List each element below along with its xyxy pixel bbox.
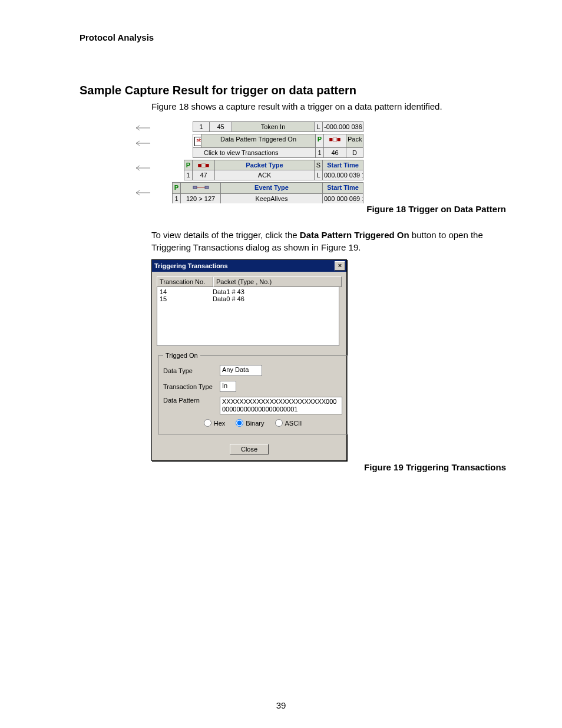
list-item-no: 14 xyxy=(160,288,213,295)
trigged-on-label: Trigged On xyxy=(163,352,200,359)
cell-flag-l: L xyxy=(315,170,323,180)
cell-start-time-header: Start Time xyxy=(323,160,363,170)
page-header: Protocol Analysis xyxy=(80,32,506,42)
close-icon[interactable]: × xyxy=(335,261,345,271)
cell-flag-p: P xyxy=(173,183,181,193)
cell-one: 1 xyxy=(173,194,181,203)
event-svg-icon xyxy=(192,184,210,191)
page-number: 39 xyxy=(0,700,562,710)
transactions-list-header: Transcation No. Packet (Type , No.) xyxy=(157,276,342,287)
radio-hex-label: Hex xyxy=(214,420,226,427)
column-transaction-no[interactable]: Transcation No. xyxy=(157,276,213,287)
column-packet[interactable]: Packet (Type , No.) xyxy=(213,276,342,287)
cell-token: Token In xyxy=(232,122,315,131)
encoding-radios: Hex Binary ASCII xyxy=(163,419,342,427)
cell-range: 120 > 127 xyxy=(181,194,221,203)
cell-one: 1 xyxy=(184,170,193,180)
radio-binary[interactable]: Binary xyxy=(236,419,264,427)
cell-packet-no: 45 xyxy=(210,122,232,131)
cell-event-type-header: Event Type xyxy=(221,183,323,193)
cell-time: 000 000 069 15 xyxy=(323,194,363,203)
radio-hex[interactable]: Hex xyxy=(204,419,226,427)
list-item[interactable]: 15 Data0 # 46 xyxy=(160,295,336,302)
data-type-field[interactable]: Any Data xyxy=(220,365,262,376)
trigged-on-groupbox: Trigged On Data Type Any Data Transactio… xyxy=(158,352,348,434)
mid-paragraph: To view details of the trigger, click th… xyxy=(151,229,506,253)
cell-time: -000.000 036 20 xyxy=(323,122,363,131)
cell-col1: 1 xyxy=(193,122,210,131)
close-button[interactable]: Close xyxy=(230,444,269,454)
figure-18-capture-result: 1 45 Token In L -000.000 036 20 sb Data … xyxy=(151,121,363,203)
data-pattern-triggered-on-button[interactable]: Data Pattern Triggered On xyxy=(201,134,316,147)
list-item-no: 15 xyxy=(160,295,213,302)
radio-ascii[interactable]: ASCII xyxy=(275,419,302,427)
cell-flag-p: P xyxy=(316,134,324,147)
transaction-type-label: Transaction Type xyxy=(163,383,216,390)
dialog-title: Triggering Transactions xyxy=(154,262,228,269)
cell-packet-no: 46 xyxy=(324,148,346,157)
data-type-label: Data Type xyxy=(163,367,216,374)
figure-18-caption: Figure 18 Trigger on Data Pattern xyxy=(80,204,506,214)
cell-flag-s: S xyxy=(315,160,323,170)
click-to-view-transactions-link[interactable]: Click to view Transactions xyxy=(193,148,316,157)
cell-flag: L xyxy=(315,122,323,131)
cell-ack: ACK xyxy=(215,170,315,180)
cell-packet-no: 47 xyxy=(193,170,215,180)
cell-pack: Pack xyxy=(346,134,363,147)
row-arrow-icon xyxy=(134,138,150,149)
transaction-type-field[interactable]: In xyxy=(220,381,236,392)
event-icon xyxy=(181,183,221,193)
section-intro: Figure 18 shows a capture result with a … xyxy=(151,100,506,113)
packet-seq-icon: ■□■ xyxy=(324,134,346,147)
list-item-packet: Data1 # 43 xyxy=(213,288,336,295)
mid-button-name: Data Pattern Triggered On xyxy=(300,230,409,240)
cell-one: 1 xyxy=(316,148,324,157)
triggering-transactions-dialog: Triggering Transactions × Transcation No… xyxy=(151,259,347,461)
cell-start-time-header: Start Time xyxy=(323,183,363,193)
svg-rect-2 xyxy=(205,186,209,189)
figure-19-caption: Figure 19 Triggering Transactions xyxy=(80,462,506,472)
cell-time: 000.000 039 13 xyxy=(323,170,363,180)
list-item-packet: Data0 # 46 xyxy=(213,295,336,302)
radio-ascii-label: ASCII xyxy=(285,420,302,427)
usb-icon: sb xyxy=(193,134,201,147)
packet-seq-icon: ■□■ xyxy=(193,160,215,170)
section-title: Sample Capture Result for trigger on dat… xyxy=(80,84,506,97)
radio-hex-input[interactable] xyxy=(204,419,211,427)
cell-packet-type-header: Packet Type xyxy=(215,160,315,170)
transactions-list[interactable]: 14 Data1 # 43 15 Data0 # 46 xyxy=(157,287,339,346)
cell-keepalives: KeepAlives xyxy=(221,194,323,203)
radio-ascii-input[interactable] xyxy=(275,419,283,427)
data-pattern-field[interactable]: XXXXXXXXXXXXXXXXXXXXXXXX0000000000000000… xyxy=(220,397,342,414)
row-arrow-icon xyxy=(134,187,150,198)
row-arrow-icon xyxy=(134,163,150,173)
dialog-titlebar[interactable]: Triggering Transactions × xyxy=(152,260,346,272)
row-arrow-icon xyxy=(134,123,150,133)
svg-rect-0 xyxy=(193,186,197,189)
radio-binary-input[interactable] xyxy=(236,419,243,427)
mid-pre: To view details of the trigger, click th… xyxy=(151,230,300,240)
data-pattern-label: Data Pattern xyxy=(163,397,216,404)
cell-d: D xyxy=(346,148,363,157)
list-item[interactable]: 14 Data1 # 43 xyxy=(160,288,336,295)
cell-flag-p: P xyxy=(184,160,193,170)
radio-binary-label: Binary xyxy=(246,420,264,427)
